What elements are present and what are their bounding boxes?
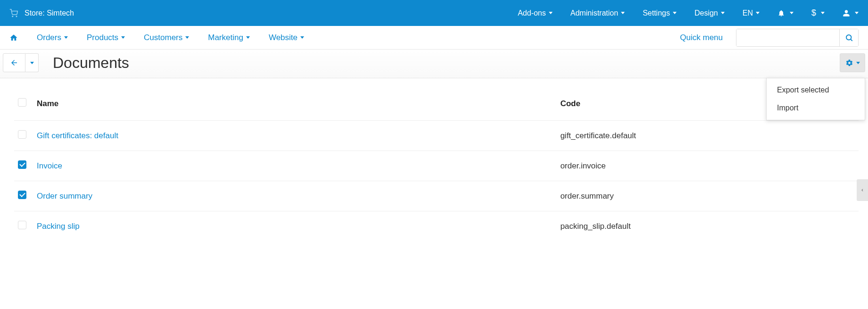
gear-icon: [845, 59, 853, 67]
nav-language[interactable]: EN: [743, 9, 760, 17]
search-input[interactable]: [736, 29, 839, 46]
back-dropdown-button[interactable]: [25, 53, 39, 72]
nav-addons[interactable]: Add-ons: [518, 9, 553, 17]
quick-menu[interactable]: Quick menu: [680, 33, 723, 42]
caret-down-icon: [821, 12, 825, 14]
nav-customers[interactable]: Customers: [144, 33, 189, 42]
nav-settings-label: Settings: [643, 9, 670, 17]
document-code: gift_certificate.default: [560, 131, 636, 140]
store-selector[interactable]: Store: Simtech: [25, 9, 74, 17]
gear-button[interactable]: [840, 53, 865, 72]
main-nav: Orders Products Customers Marketing Webs…: [0, 26, 868, 50]
user-icon: [843, 9, 850, 17]
svg-line-3: [851, 39, 852, 41]
table-row: Order summaryorder.summary: [14, 181, 859, 211]
row-checkbox[interactable]: [18, 221, 26, 229]
top-bar: Store: Simtech Add-ons Administration Se…: [0, 0, 868, 26]
menu-import[interactable]: Import: [767, 99, 865, 117]
table-row: Packing slippacking_slip.default: [14, 211, 859, 242]
nav-marketing[interactable]: Marketing: [208, 33, 250, 42]
table-header-name: Name: [33, 92, 556, 121]
nav-design-label: Design: [694, 9, 718, 17]
row-checkbox[interactable]: [18, 130, 26, 139]
caret-down-icon: [30, 62, 34, 64]
document-code: packing_slip.default: [560, 222, 630, 231]
caret-down-icon: [621, 12, 625, 14]
caret-down-icon: [855, 12, 859, 14]
arrow-left-icon: [10, 58, 18, 67]
chevron-left-icon: [860, 187, 865, 193]
caret-down-icon: [64, 36, 68, 39]
nav-currency-label: $: [811, 8, 816, 18]
documents-table: Name Code Gift certificates: defaultgift…: [14, 92, 859, 241]
search-box: [736, 29, 859, 47]
nav-administration-label: Administration: [570, 9, 618, 17]
svg-point-0: [12, 16, 13, 17]
document-name-link[interactable]: Gift certificates: default: [37, 131, 118, 140]
caret-down-icon: [549, 12, 553, 14]
nav-notifications[interactable]: [777, 9, 794, 17]
document-name-link[interactable]: Order summary: [37, 192, 92, 200]
menu-export-selected[interactable]: Export selected: [767, 81, 865, 99]
svg-point-2: [846, 35, 851, 40]
row-checkbox[interactable]: [18, 191, 26, 199]
back-button[interactable]: [3, 53, 25, 72]
document-name-link[interactable]: Packing slip: [37, 222, 80, 231]
nav-user[interactable]: [843, 9, 859, 17]
caret-down-icon: [673, 12, 677, 14]
nav-customers-label: Customers: [144, 33, 182, 42]
cart-icon: [9, 9, 18, 17]
table-row: Gift certificates: defaultgift_certifica…: [14, 121, 859, 151]
nav-orders[interactable]: Orders: [37, 33, 68, 42]
nav-design[interactable]: Design: [694, 9, 725, 17]
nav-addons-label: Add-ons: [518, 9, 546, 17]
nav-currency[interactable]: $: [811, 8, 825, 18]
nav-marketing-label: Marketing: [208, 33, 243, 42]
table-row: Invoiceorder.invoice: [14, 151, 859, 181]
row-checkbox[interactable]: [18, 160, 26, 169]
caret-down-icon: [185, 36, 189, 39]
caret-down-icon: [756, 12, 760, 14]
bell-icon: [777, 9, 785, 17]
caret-down-icon: [121, 36, 125, 39]
caret-down-icon: [246, 36, 250, 39]
nav-home[interactable]: [9, 33, 18, 42]
nav-website-label: Website: [269, 33, 298, 42]
search-icon: [845, 33, 853, 42]
content-area: Name Code Gift certificates: defaultgift…: [0, 78, 868, 241]
document-code: order.invoice: [560, 161, 605, 170]
nav-website[interactable]: Website: [269, 33, 304, 42]
nav-products[interactable]: Products: [87, 33, 125, 42]
home-icon: [9, 33, 18, 42]
nav-settings[interactable]: Settings: [643, 9, 677, 17]
svg-point-1: [16, 16, 17, 17]
nav-administration[interactable]: Administration: [570, 9, 625, 17]
caret-down-icon: [790, 12, 794, 14]
document-code: order.summary: [560, 192, 613, 200]
caret-down-icon: [721, 12, 725, 14]
select-all-checkbox[interactable]: [18, 98, 26, 107]
nav-language-label: EN: [743, 9, 753, 17]
caret-down-icon: [856, 62, 860, 64]
nav-products-label: Products: [87, 33, 118, 42]
page-header: Documents Export selected Import: [0, 50, 868, 78]
nav-orders-label: Orders: [37, 33, 61, 42]
page-title: Documents: [53, 54, 129, 72]
search-button[interactable]: [839, 29, 858, 46]
caret-down-icon: [300, 36, 304, 39]
document-name-link[interactable]: Invoice: [37, 161, 62, 170]
gear-dropdown-menu: Export selected Import: [766, 78, 865, 120]
side-panel-toggle[interactable]: [857, 179, 868, 201]
